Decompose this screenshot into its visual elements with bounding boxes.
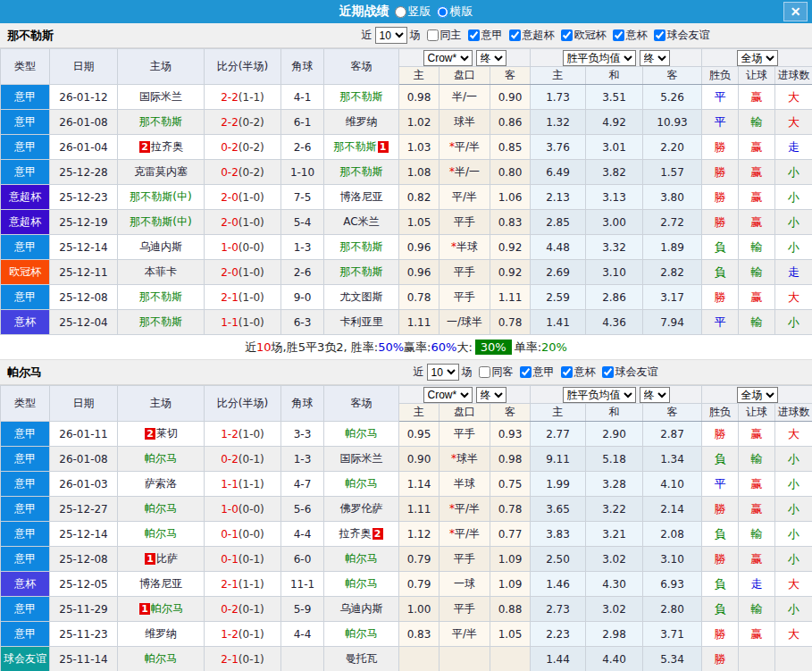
- league-checkbox-input-2[interactable]: [561, 29, 573, 41]
- avg-home-odds: 2.77: [531, 422, 586, 447]
- league-checkbox-4[interactable]: 球会友谊: [650, 28, 710, 43]
- handicap-text: 平/半: [452, 190, 477, 203]
- handicap-text: 平/半: [452, 627, 477, 640]
- league-checkbox-1[interactable]: 意超杯: [506, 28, 555, 43]
- avg-draw-odds: 4.40: [586, 647, 643, 671]
- wdl-result: 勝: [702, 422, 739, 447]
- match-count-select[interactable]: 10: [375, 27, 407, 44]
- wdl-result: 勝: [702, 135, 739, 160]
- crow-away-odds: 0.98: [490, 447, 531, 472]
- league-checkbox-2[interactable]: 欧冠杯: [557, 28, 607, 43]
- handicap-line: 平/半: [439, 622, 490, 647]
- match-type-badge: 意甲: [1, 285, 50, 310]
- corner-score: 11-1: [281, 572, 324, 597]
- layout-radio-horizontal[interactable]: 横版: [437, 4, 473, 20]
- away-team: 博洛尼亚: [324, 185, 399, 210]
- league-checkbox-2[interactable]: 球会友谊: [599, 365, 658, 380]
- league-checkbox-0[interactable]: 意甲: [516, 365, 555, 380]
- team-label: 乌迪内斯: [139, 240, 182, 253]
- league-checkbox-input-2[interactable]: [602, 366, 614, 378]
- sub-header-8: 进球数: [775, 67, 812, 85]
- crow-home-odds: 0.82: [399, 185, 439, 210]
- score-half: (0-1): [239, 453, 264, 466]
- avg-away-odds: 6.93: [643, 572, 702, 597]
- avg-home-odds: 6.49: [531, 160, 586, 185]
- team-label: 博洛尼亚: [340, 190, 383, 203]
- match-score: 2-0(1-0): [205, 185, 281, 210]
- vertical-radio-input[interactable]: [395, 6, 406, 18]
- avg-away-odds: 2.72: [643, 210, 702, 235]
- match-count-select[interactable]: 10: [427, 364, 459, 381]
- home-team: 本菲卡: [118, 260, 205, 285]
- avg-away-odds: 3.17: [643, 285, 702, 310]
- same-venue-checkbox[interactable]: 同主: [423, 28, 462, 43]
- column-header-3: 比分(半场): [205, 49, 281, 85]
- handicap-text: 平手: [454, 602, 475, 615]
- avg-type-select[interactable]: 胜平负均值: [563, 50, 636, 66]
- scope-select[interactable]: 全场: [737, 50, 778, 66]
- goals-result: 走: [775, 135, 812, 160]
- match-date: 25-12-05: [50, 572, 118, 597]
- crow-away-odds: 0.83: [490, 210, 531, 235]
- same-venue-checkbox[interactable]: 同客: [475, 365, 514, 380]
- score-full: 2-1: [221, 653, 239, 666]
- home-team: 克雷莫内塞: [118, 160, 205, 185]
- crow-home-odds: 1.02: [399, 110, 439, 135]
- league-checkbox-label: 球会友谊: [615, 365, 658, 380]
- wdl-result: 勝: [702, 647, 739, 671]
- avg-home-odds: 2.59: [531, 285, 586, 310]
- match-score: 0-2(0-1): [205, 447, 281, 472]
- corner-score: 7-5: [281, 185, 324, 210]
- league-checkbox-input-0[interactable]: [468, 29, 480, 41]
- goals-result: 小: [775, 447, 812, 472]
- final-select-2[interactable]: 终: [640, 50, 670, 66]
- league-checkbox-0[interactable]: 意甲: [465, 28, 503, 43]
- league-checkbox-input-0[interactable]: [520, 366, 532, 378]
- match-date: 25-12-14: [50, 235, 118, 260]
- layout-radio-vertical[interactable]: 竖版: [395, 4, 431, 20]
- match-row: 意甲25-12-081比萨0-1(0-1)6-0帕尔马0.79平手1.092.5…: [1, 547, 812, 572]
- avg-home-odds: 2.13: [531, 185, 586, 210]
- crow-away-odds: 0.88: [490, 597, 531, 622]
- league-checkbox-input-3[interactable]: [613, 29, 624, 41]
- same-venue-checkbox-input[interactable]: [479, 366, 490, 378]
- avg-home-odds: 1.41: [531, 310, 586, 335]
- score-half: (0-1): [239, 603, 264, 616]
- league-checkbox-input-1[interactable]: [561, 366, 573, 378]
- away-team: 乌迪内斯: [324, 597, 399, 622]
- scope-select[interactable]: 全场: [737, 387, 778, 403]
- handicap-line: [439, 647, 490, 671]
- score-half: (1-0): [239, 316, 264, 329]
- match-type-badge: 欧冠杯: [1, 260, 50, 285]
- same-venue-checkbox-input[interactable]: [427, 29, 439, 41]
- avg-type-select[interactable]: 胜平负均值: [563, 387, 636, 403]
- final-select-2[interactable]: 终: [640, 387, 670, 403]
- odds-source-select[interactable]: Crow*: [423, 50, 473, 66]
- sub-header-2: 客: [490, 404, 531, 422]
- home-team: 帕尔马: [118, 447, 205, 472]
- sub-header-5: 客: [643, 67, 702, 85]
- avg-home-odds: 3.76: [531, 135, 586, 160]
- avg-away-odds: 2.14: [643, 497, 702, 522]
- crow-away-odds: 0.92: [490, 260, 531, 285]
- league-checkbox-input-1[interactable]: [509, 29, 521, 41]
- close-button[interactable]: ✕: [783, 2, 808, 21]
- league-checkbox-input-4[interactable]: [654, 29, 666, 41]
- final-select-1[interactable]: 终: [476, 50, 506, 66]
- match-score: 1-2(1-0): [205, 422, 281, 447]
- summary-segment: 60%: [431, 340, 456, 354]
- league-checkbox-1[interactable]: 意杯: [557, 365, 596, 380]
- team-name: 帕尔马: [7, 365, 42, 381]
- horizontal-radio-input[interactable]: [437, 6, 448, 18]
- wdl-result: 勝: [702, 622, 739, 647]
- handicap-result: 輸: [739, 522, 775, 547]
- league-checkbox-3[interactable]: 意杯: [609, 28, 648, 43]
- score-full: 0-2: [221, 141, 239, 154]
- filter-controls: 近10场同客意甲意杯球会友谊: [259, 364, 812, 381]
- summary-segment: 30%: [475, 340, 512, 355]
- goals-result: 大: [775, 622, 812, 647]
- odds-source-select[interactable]: Crow*: [423, 387, 473, 403]
- match-row: 意甲26-01-12国际米兰2-2(1-1)4-1那不勒斯0.98半/一0.90…: [1, 85, 812, 110]
- header-group-0: Crow*终: [399, 386, 531, 404]
- final-select-1[interactable]: 终: [476, 387, 506, 403]
